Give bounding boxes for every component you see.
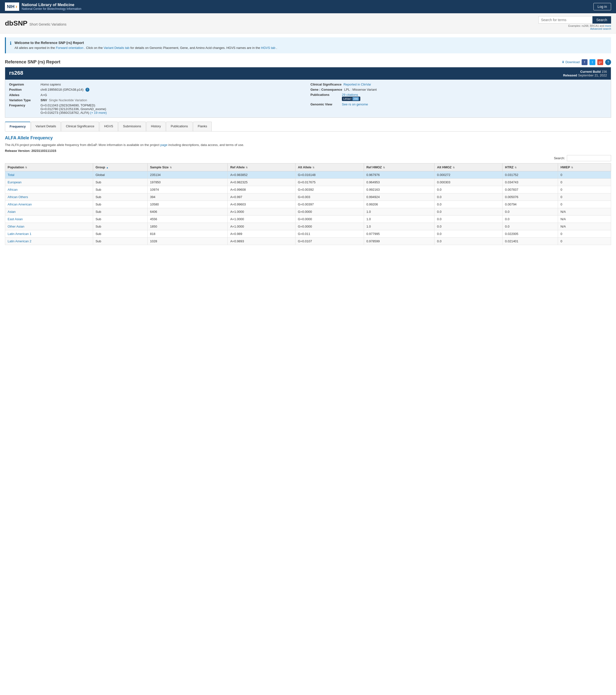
- col-header-group[interactable]: Group▲: [93, 163, 147, 171]
- tab-submissions[interactable]: Submissions: [118, 122, 146, 131]
- cell-population[interactable]: Latin American 1: [5, 230, 93, 237]
- cell-alt_hmoz: 0.000272: [435, 171, 503, 179]
- cell-group: Sub: [93, 237, 147, 245]
- cell-alt_allele: G=0.016148: [295, 171, 364, 179]
- cell-population[interactable]: Total: [5, 171, 93, 179]
- cell-population[interactable]: African Others: [5, 193, 93, 201]
- table-search-input[interactable]: [567, 155, 611, 161]
- facebook-icon[interactable]: f: [582, 59, 587, 65]
- cell-sample_size: 197850: [147, 179, 228, 186]
- litvar-count: 290: [352, 97, 359, 101]
- banner-line1-end: .: [276, 46, 277, 50]
- cell-alt_hmoz: 0.0: [435, 193, 503, 201]
- clinical-sig-value: Reported in ClinVar: [344, 83, 371, 86]
- cell-hwep: N/A: [558, 215, 611, 223]
- cell-population[interactable]: African: [5, 186, 93, 193]
- col-header-sample_size[interactable]: Sample Size⇅: [147, 163, 228, 171]
- cell-sample_size: 235134: [147, 171, 228, 179]
- publications-label: Publications: [311, 93, 340, 97]
- login-button[interactable]: Log in: [593, 3, 611, 10]
- cell-group: Sub: [93, 193, 147, 201]
- col-header-ref_allele[interactable]: Ref Allele⇅: [228, 163, 295, 171]
- cell-sample_size: 1028: [147, 237, 228, 245]
- variation-type-label: Variation Type: [9, 98, 38, 102]
- position-help-icon[interactable]: ?: [86, 88, 89, 92]
- tab-clinical-significance[interactable]: Clinical Significance: [61, 122, 99, 131]
- cell-alt_allele: G=0.0000: [295, 208, 364, 215]
- help-icon[interactable]: ?: [605, 59, 611, 65]
- col-header-hwep[interactable]: HWEP⇅: [558, 163, 611, 171]
- tab-history[interactable]: History: [146, 122, 165, 131]
- forward-orientation-link[interactable]: Forward orientation: [56, 46, 83, 50]
- cell-population[interactable]: Latin American 2: [5, 237, 93, 245]
- nih-chevron-icon: ›: [16, 3, 17, 10]
- alfa-page-link[interactable]: page: [160, 143, 168, 147]
- alfa-desc: The ALFA project provide aggregate allel…: [5, 142, 611, 148]
- detail-col-right: Clinical Significance Reported in ClinVa…: [311, 83, 607, 115]
- tabs: FrequencyVariant DetailsClinical Signifi…: [5, 122, 611, 132]
- clinvar-link[interactable]: Reported in ClinVar: [344, 83, 371, 86]
- tab-frequency[interactable]: Frequency: [5, 122, 31, 131]
- cell-ref_allele: A=0.9893: [228, 237, 295, 245]
- search-button[interactable]: Search: [593, 16, 611, 23]
- cell-ref_allele: A=0.997: [228, 193, 295, 201]
- variant-details-tab-link[interactable]: Variant Details tab: [104, 46, 129, 50]
- col-header-population[interactable]: Population⇅: [5, 163, 93, 171]
- frequency-row: Frequency G=0.011043 (2923/264690, TOPME…: [9, 103, 305, 115]
- tab-flanks[interactable]: Flanks: [193, 122, 212, 131]
- publications-row: Publications 29 citations LitVar2 290: [311, 93, 607, 101]
- cell-ref_hmoz: 0.99206: [364, 201, 435, 208]
- cell-ref_allele: A=0.982325: [228, 179, 295, 186]
- tab-hgvs[interactable]: HGVS: [100, 122, 118, 131]
- nih-box: NIH ›: [5, 2, 19, 11]
- cell-htrz: 0.0: [503, 208, 558, 215]
- cell-alt_allele: G=0.00397: [295, 201, 364, 208]
- table-row: East AsianSub4556A=1.0000G=0.00001.00.00…: [5, 215, 611, 223]
- cell-population[interactable]: African American: [5, 201, 93, 208]
- info-icon: ℹ: [10, 40, 12, 50]
- cell-htrz: 0.022005: [503, 230, 558, 237]
- publications-value: 29 citations LitVar2 290: [342, 93, 360, 101]
- litvar-badge[interactable]: LitVar2 290: [342, 97, 360, 101]
- cell-sample_size: 1850: [147, 223, 228, 230]
- col-header-alt_allele[interactable]: Alt Allele⇅: [295, 163, 364, 171]
- sub-header: dbSNP Short Genetic Variations Search Ex…: [0, 13, 616, 33]
- search-input[interactable]: [539, 16, 593, 23]
- genomic-view-link[interactable]: See rs on genome: [342, 102, 368, 106]
- download-link[interactable]: ⬇ Download: [562, 60, 580, 64]
- cell-sample_size: 4556: [147, 215, 228, 223]
- cell-population[interactable]: Asian: [5, 208, 93, 215]
- googleplus-icon[interactable]: g+: [597, 59, 603, 65]
- cell-ref_hmoz: 0.992163: [364, 186, 435, 193]
- cell-hwep: 0: [558, 237, 611, 245]
- gene-consequence-label: Gene : Consequence: [311, 88, 342, 91]
- col-header-ref_hmoz[interactable]: Ref HMOZ⇅: [364, 163, 435, 171]
- cell-population[interactable]: Other Asian: [5, 223, 93, 230]
- advanced-search-link[interactable]: Advanced search: [590, 27, 611, 30]
- col-header-htrz[interactable]: HTRZ⇅: [503, 163, 558, 171]
- cell-population[interactable]: East Asian: [5, 215, 93, 223]
- search-row: Search: [539, 16, 611, 23]
- cell-alt_allele: G=0.003: [295, 193, 364, 201]
- col-header-alt_hmoz[interactable]: Alt HMOZ⇅: [435, 163, 503, 171]
- tab-variant-details[interactable]: Variant Details: [31, 122, 61, 131]
- organism-row: Organism Homo sapiens: [9, 83, 305, 86]
- cell-alt_allele: G=0.00392: [295, 186, 364, 193]
- top-header: NIH › National Library of Medicine Natio…: [0, 0, 616, 13]
- banner-title: Welcome to the Reference SNP (rs) Report: [15, 41, 84, 45]
- twitter-icon[interactable]: t: [589, 59, 595, 65]
- hgvs-tab-link[interactable]: HGVS tab: [261, 46, 276, 50]
- banner-line1-post: for details on Genomic Placement, Gene, …: [130, 46, 260, 50]
- cell-sample_size: 10974: [147, 186, 228, 193]
- cell-population[interactable]: European: [5, 179, 93, 186]
- info-banner: ℹ Welcome to the Reference SNP (rs) Repo…: [5, 37, 611, 53]
- tab-publications[interactable]: Publications: [166, 122, 193, 131]
- cell-alt_hmoz: 0.000303: [435, 179, 503, 186]
- search-more-link[interactable]: more: [605, 24, 611, 27]
- clinical-sig-label: Clinical Significance: [311, 83, 341, 86]
- frequency-more-link[interactable]: (+ 19 more): [90, 111, 107, 115]
- cell-ref_hmoz: 1.0: [364, 215, 435, 223]
- cell-alt_hmoz: 0.0: [435, 237, 503, 245]
- release-version: Release Version: 20231103111315: [5, 149, 611, 153]
- publications-link[interactable]: 29 citations: [342, 93, 358, 97]
